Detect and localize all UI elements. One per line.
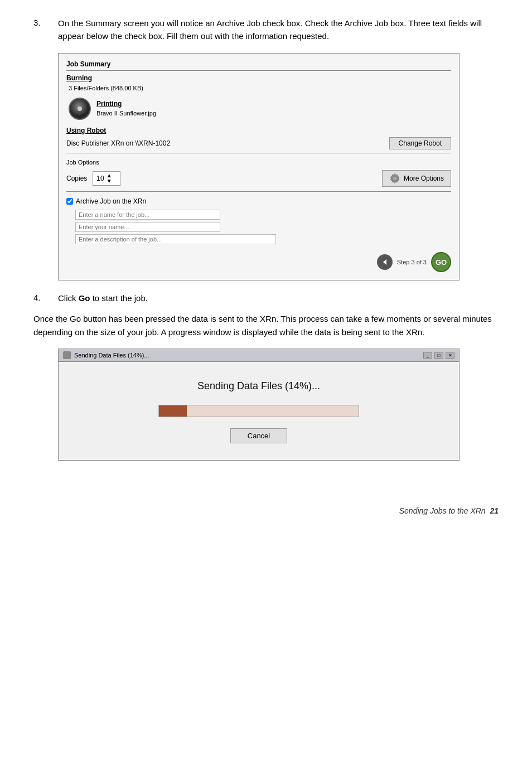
archive-checkbox-row: Archive Job on the XRn — [66, 196, 451, 206]
your-name-input[interactable] — [75, 222, 220, 232]
step-4-text2: to start the job. — [93, 293, 148, 303]
step-label: Step 3 of 3 — [397, 258, 427, 267]
copies-input-display: 10 ▲▼ — [93, 171, 120, 186]
step-4-text: Click Go to start the job. — [58, 292, 148, 304]
burning-section: Burning 3 Files/Folders (848.00 KB) — [66, 73, 451, 93]
minimize-button[interactable]: _ — [423, 352, 432, 359]
burning-files: 3 Files/Folders (848.00 KB) — [69, 85, 143, 91]
using-robot-section: Using Robot Disc Publisher XRn on \\XRN-… — [66, 125, 451, 149]
job-options-row: Copies 10 ▲▼ More Options — [66, 170, 451, 187]
description-input[interactable] — [75, 234, 276, 244]
job-summary-box: Job Summary Burning 3 Files/Folders (848… — [58, 53, 460, 281]
job-options-label: Job Options — [66, 158, 451, 167]
progress-bar-container — [158, 405, 359, 417]
step-4-item: 4. Click Go to start the job. — [33, 292, 499, 304]
job-options-section: Job Options Copies 10 ▲▼ More Options — [66, 153, 451, 192]
archive-checkbox[interactable] — [66, 198, 73, 205]
progress-body: Sending Data Files (14%)... Cancel — [59, 362, 459, 460]
page-number: 21 — [490, 506, 499, 515]
archive-section: Archive Job on the XRn — [66, 196, 451, 244]
more-options-button[interactable]: More Options — [382, 170, 451, 187]
footer-area: Sending Jobs to the XRn 21 — [33, 505, 499, 517]
progress-bar-fill — [159, 405, 187, 417]
job-name-input[interactable] — [75, 210, 220, 220]
disc-publisher-text: Disc Publisher XRn on \\XRN-1002 — [66, 138, 170, 148]
progress-window-title: Sending Data Files (14%)... — [74, 351, 149, 360]
go-bold-text: Go — [79, 293, 90, 303]
printing-file: Bravo II Sunflower.jpg — [96, 109, 156, 118]
step-3-number: 3. — [33, 17, 49, 43]
go-button[interactable]: GO — [431, 252, 451, 272]
step-3-text: On the Summary screen you will notice an… — [58, 17, 499, 43]
using-robot-label: Using Robot — [66, 125, 451, 136]
footer-text: Sending Jobs to the XRn — [399, 506, 486, 515]
spinner-arrows: ▲▼ — [107, 173, 112, 184]
paragraph-text: Once the Go button has been pressed the … — [33, 312, 499, 338]
close-button[interactable]: ✕ — [446, 352, 454, 359]
archive-inputs — [75, 210, 451, 244]
svg-marker-2 — [383, 259, 386, 265]
copies-value: 10 — [96, 173, 104, 183]
titlebar-controls: _ □ ✕ — [423, 352, 454, 359]
printing-label: Printing — [96, 99, 156, 109]
titlebar-icon — [63, 351, 71, 359]
printing-info: Printing Bravo II Sunflower.jpg — [96, 99, 156, 118]
archive-label: Archive Job on the XRn — [76, 196, 146, 206]
back-arrow-icon — [381, 258, 389, 266]
gear-icon — [389, 173, 400, 184]
progress-titlebar: Sending Data Files (14%)... _ □ ✕ — [59, 349, 459, 362]
page-footer: Sending Jobs to the XRn 21 — [33, 505, 499, 517]
more-options-label: More Options — [404, 175, 444, 182]
step-4-number: 4. — [33, 292, 49, 304]
job-summary-label: Job Summary — [66, 59, 451, 71]
back-button[interactable] — [377, 254, 393, 270]
burning-title: Burning — [66, 73, 451, 83]
titlebar-left: Sending Data Files (14%)... — [63, 351, 149, 360]
progress-body-title: Sending Data Files (14%)... — [197, 379, 320, 394]
step-navigation: Step 3 of 3 GO — [66, 252, 451, 272]
svg-point-1 — [393, 177, 396, 180]
printing-section: Printing Bravo II Sunflower.jpg — [69, 98, 451, 120]
copies-row: Copies 10 ▲▼ — [66, 171, 120, 186]
progress-window: Sending Data Files (14%)... _ □ ✕ Sendin… — [58, 349, 460, 461]
step-3-item: 3. On the Summary screen you will notice… — [33, 17, 499, 43]
change-robot-button[interactable]: Change Robot — [389, 137, 451, 149]
cancel-button[interactable]: Cancel — [230, 428, 287, 443]
maximize-button[interactable]: □ — [434, 352, 443, 359]
disc-icon — [69, 98, 91, 120]
copies-label: Copies — [66, 173, 87, 183]
using-robot-row: Disc Publisher XRn on \\XRN-1002 Change … — [66, 137, 451, 149]
